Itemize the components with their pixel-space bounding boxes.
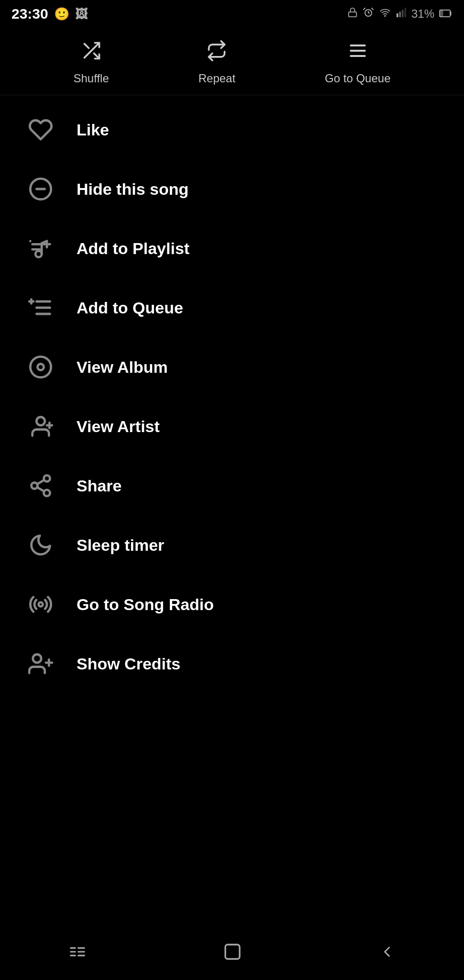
album-icon <box>24 355 57 379</box>
share-label: Share <box>77 477 122 495</box>
recent-apps-icon[interactable] <box>68 943 87 965</box>
svg-point-29 <box>38 364 44 370</box>
add-queue-icon <box>24 295 57 320</box>
status-bar: 23:30 🙂 🖼 <box>0 0 464 26</box>
repeat-icon <box>205 40 228 66</box>
show-credits-menu-item[interactable]: Show Credits <box>0 634 464 693</box>
smiley-icon: 🙂 <box>54 7 69 22</box>
svg-line-36 <box>37 487 44 491</box>
share-menu-item[interactable]: Share <box>0 456 464 515</box>
svg-rect-8 <box>402 10 404 18</box>
home-icon[interactable] <box>223 942 242 966</box>
sleep-timer-label: Sleep timer <box>77 536 164 555</box>
status-left: 23:30 🙂 🖼 <box>11 6 88 22</box>
shuffle-icon <box>80 40 103 66</box>
top-actions: Shuffle Repeat Go to Queue <box>0 26 464 95</box>
alarm-icon <box>363 7 374 21</box>
svg-line-37 <box>37 480 44 484</box>
signal-icon <box>396 7 407 21</box>
shuffle-action[interactable]: Shuffle <box>73 40 109 85</box>
svg-point-28 <box>30 356 51 377</box>
status-right: 31% <box>347 7 453 21</box>
back-icon[interactable] <box>378 943 396 965</box>
view-album-label: View Album <box>77 358 168 377</box>
wifi-icon <box>379 7 391 21</box>
svg-rect-48 <box>225 945 240 959</box>
shuffle-label: Shuffle <box>73 72 109 85</box>
repeat-label: Repeat <box>199 72 235 85</box>
svg-point-39 <box>33 655 41 663</box>
svg-point-5 <box>385 15 386 16</box>
go-to-queue-action[interactable]: Go to Queue <box>325 40 390 85</box>
svg-rect-11 <box>441 11 443 16</box>
credits-icon <box>24 651 57 676</box>
svg-point-30 <box>36 417 44 425</box>
svg-rect-0 <box>349 12 357 17</box>
add-to-queue-menu-item[interactable]: Add to Queue <box>0 278 464 337</box>
battery-percent: 31% <box>411 7 434 21</box>
queue-icon <box>346 40 369 66</box>
like-label: Like <box>77 121 109 139</box>
add-playlist-icon <box>24 236 57 261</box>
song-radio-label: Go to Song Radio <box>77 595 214 614</box>
song-radio-menu-item[interactable]: Go to Song Radio <box>0 575 464 634</box>
svg-rect-9 <box>404 8 406 17</box>
add-to-playlist-menu-item[interactable]: Add to Playlist <box>0 219 464 278</box>
battery-icon <box>439 7 453 21</box>
view-album-menu-item[interactable]: View Album <box>0 337 464 397</box>
add-to-queue-label: Add to Queue <box>77 299 183 317</box>
menu-list: Like Hide this song Add to Playlis <box>0 95 464 698</box>
repeat-action[interactable]: Repeat <box>199 40 235 85</box>
hide-song-label: Hide this song <box>77 180 188 199</box>
svg-line-2 <box>364 8 365 10</box>
svg-point-38 <box>39 602 43 607</box>
artist-icon <box>24 414 57 439</box>
hide-song-menu-item[interactable]: Hide this song <box>0 159 464 219</box>
share-icon <box>24 473 57 498</box>
view-artist-label: View Artist <box>77 417 160 436</box>
sleep-icon <box>24 533 57 557</box>
image-icon: 🖼 <box>75 7 88 22</box>
add-to-playlist-label: Add to Playlist <box>77 239 189 258</box>
svg-rect-6 <box>397 13 398 17</box>
svg-line-14 <box>84 44 88 48</box>
radio-icon <box>24 592 57 617</box>
bottom-nav <box>0 933 464 980</box>
minus-circle-icon <box>24 177 57 201</box>
show-credits-label: Show Credits <box>77 655 180 673</box>
svg-rect-7 <box>399 11 401 17</box>
svg-line-3 <box>372 8 373 10</box>
like-menu-item[interactable]: Like <box>0 100 464 159</box>
battery-lock-icon <box>347 7 358 21</box>
heart-icon <box>24 117 57 142</box>
view-artist-menu-item[interactable]: View Artist <box>0 397 464 456</box>
status-time: 23:30 <box>11 6 48 22</box>
sleep-timer-menu-item[interactable]: Sleep timer <box>0 515 464 575</box>
go-to-queue-label: Go to Queue <box>325 72 390 85</box>
